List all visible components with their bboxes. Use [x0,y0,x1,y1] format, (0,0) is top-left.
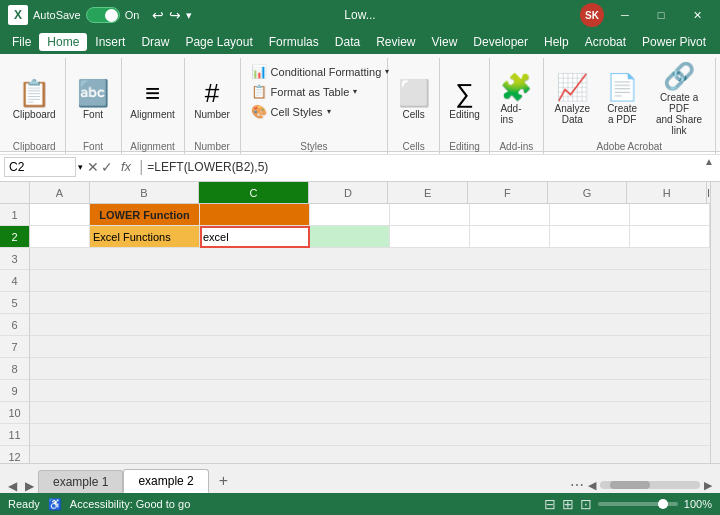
menu-file[interactable]: File [4,33,39,51]
cell-E1[interactable] [390,204,470,226]
ribbon-group-editing-content: ∑ Editing [444,58,485,139]
table-row: 3 [0,248,710,270]
accessibility-status: Accessibility: Good to go [70,498,190,510]
col-header-C[interactable]: C [199,182,309,203]
tab-nav-left[interactable]: ◀ [4,479,21,493]
maximize-btn[interactable]: □ [646,0,676,30]
font-btn[interactable]: 🔤 Font [72,75,114,123]
menu-powerpivot[interactable]: Power Pivot [634,33,714,51]
analyze-data-btn[interactable]: 📈 AnalyzeData [550,69,596,128]
cell-styles-caret: ▾ [327,107,331,116]
col-header-H[interactable]: H [627,182,707,203]
cell-styles-btn[interactable]: 🎨 Cell Styles ▾ [247,102,335,121]
addins-label: Add-ins [500,103,532,125]
menu-view[interactable]: View [424,33,466,51]
horizontal-scrollbar[interactable] [600,481,700,489]
redo-icon[interactable]: ↪ [169,7,181,23]
ribbon-group-number: # Number Number [185,58,241,154]
create-pdf-share-btn[interactable]: 🔗 Create a PDFand Share link [649,58,709,139]
page-layout-btn[interactable]: ⊞ [562,496,574,512]
vertical-scrollbar[interactable] [710,182,720,463]
menu-formulas[interactable]: Formulas [261,33,327,51]
format-as-table-btn[interactable]: 📋 Format as Table ▾ [247,82,362,101]
cells-btn[interactable]: ⬜ Cells [393,75,435,123]
zoom-slider-container[interactable] [598,502,678,506]
name-box[interactable] [4,157,76,177]
sheet-tab-example2[interactable]: example 2 [123,469,208,493]
row-head-2[interactable]: 2 [0,226,30,248]
cell-H2[interactable] [630,226,710,248]
horizontal-scroll-right[interactable]: ▶ [704,479,712,492]
row-head-1[interactable]: 1 [0,204,30,226]
undo-icon[interactable]: ↩ [152,7,164,23]
tab-nav-right[interactable]: ▶ [21,479,38,493]
cell-B2[interactable]: Excel Functions [90,226,200,248]
autosave-toggle[interactable] [86,7,120,23]
confirm-icon[interactable]: ✓ [101,159,113,175]
col-header-A[interactable]: A [30,182,90,203]
horizontal-scroll-left[interactable]: ◀ [588,479,596,492]
cell-A1[interactable] [30,204,90,226]
format-as-table-label: Format as Table [271,86,350,98]
cell-G2[interactable] [550,226,630,248]
fx-icon[interactable]: fx [117,159,135,174]
add-sheet-btn[interactable]: + [209,469,238,493]
ribbon-group-adobe: 📈 AnalyzeData 📄 Createa PDF 🔗 Create a P… [544,58,716,154]
normal-view-btn[interactable]: ⊟ [544,496,556,512]
cell-G1[interactable] [550,204,630,226]
ribbon-group-addins-content: 🧩 Add-ins [495,58,537,139]
cell-F2[interactable] [470,226,550,248]
tab-more-btn[interactable]: ⋯ [570,477,584,493]
cell-F1[interactable] [470,204,550,226]
cell-C1[interactable] [200,204,310,226]
cell-C2[interactable]: excel [200,226,310,248]
conditional-formatting-btn[interactable]: 📊 Conditional Formatting ▾ [247,62,394,81]
table-row: 5 [0,292,710,314]
menu-review[interactable]: Review [368,33,423,51]
addins-btn[interactable]: 🧩 Add-ins [495,69,537,128]
tab-bar-right: ⋯ ◀ ▶ [570,477,720,493]
cell-E2[interactable] [390,226,470,248]
cell-H1[interactable] [630,204,710,226]
menu-developer[interactable]: Developer [465,33,536,51]
col-header-D[interactable]: D [309,182,389,203]
create-pdf-btn[interactable]: 📄 Createa PDF [601,69,643,128]
page-break-btn[interactable]: ⊡ [580,496,592,512]
ribbon-group-clipboard-content: 📋 Clipboard [8,58,61,139]
menu-data[interactable]: Data [327,33,368,51]
close-btn[interactable]: ✕ [682,0,712,30]
col-header-B[interactable]: B [90,182,200,203]
col-header-E[interactable]: E [388,182,468,203]
addins-icon: 🧩 [500,72,532,103]
cell-A2[interactable] [30,226,90,248]
editing-btn[interactable]: ∑ Editing [444,75,485,123]
table-row: 9 [0,380,710,402]
cell-styles-label: Cell Styles [271,106,323,118]
cell-D1[interactable] [310,204,390,226]
menu-home[interactable]: Home [39,33,87,51]
alignment-btn[interactable]: ≡ Alignment [125,75,179,123]
ribbon-group-addins: 🧩 Add-ins Add-ins [490,58,543,154]
col-header-F[interactable]: F [468,182,548,203]
minimize-btn[interactable]: ─ [610,0,640,30]
avatar: SK [580,3,604,27]
toolbar-more[interactable]: ▾ [186,9,192,22]
ribbon-group-number-content: # Number [189,58,235,139]
clipboard-icon: 📋 [18,78,50,109]
sheet-tab-example1[interactable]: example 1 [38,470,123,493]
number-btn[interactable]: # Number [189,75,235,123]
menu-insert[interactable]: Insert [87,33,133,51]
toggle-knob [105,9,118,22]
zoom-level[interactable]: 100% [684,498,712,510]
col-header-G[interactable]: G [548,182,628,203]
ribbon-group-styles-content: 📊 Conditional Formatting ▾ 📋 Format as T… [247,58,394,139]
menu-draw[interactable]: Draw [133,33,177,51]
cancel-icon[interactable]: ✕ [87,159,99,175]
name-box-caret[interactable]: ▾ [78,162,83,172]
menu-pagelayout[interactable]: Page Layout [177,33,260,51]
cell-D2[interactable] [310,226,390,248]
clipboard-btn[interactable]: 📋 Clipboard [8,75,61,123]
menu-help[interactable]: Help [536,33,577,51]
menu-acrobat[interactable]: Acrobat [577,33,634,51]
cell-B1[interactable]: LOWER Function [90,204,200,226]
